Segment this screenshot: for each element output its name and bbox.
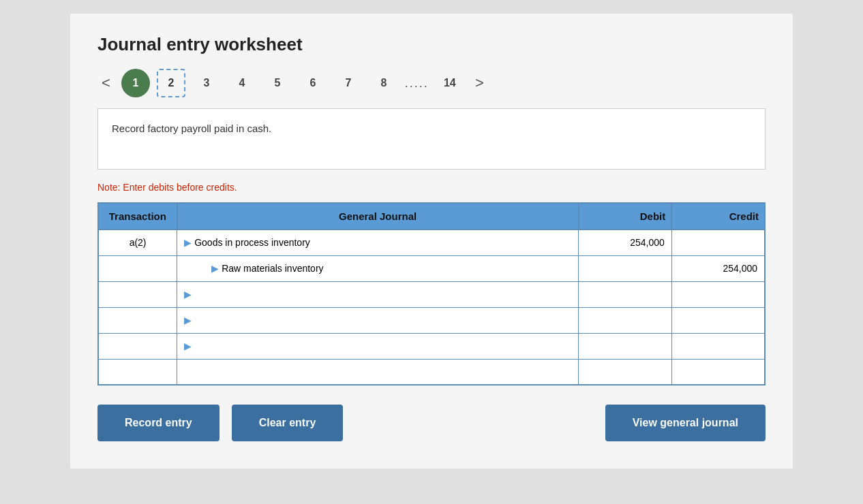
page-btn-4[interactable]: 4 (228, 69, 256, 97)
pagination: < 1 2 3 4 5 6 7 8 ..... 14 > (97, 69, 766, 97)
record-entry-button[interactable]: Record entry (97, 405, 219, 441)
row4-debit[interactable] (579, 307, 672, 333)
table-row: a(2) ▶Goods in process inventory 254,000 (98, 230, 765, 255)
arrow-icon-5: ▶ (184, 341, 192, 351)
header-transaction: Transaction (98, 203, 177, 230)
table-row: ▶ (98, 307, 765, 333)
row2-credit[interactable]: 254,000 (671, 255, 765, 281)
page-btn-1[interactable]: 1 (121, 69, 150, 97)
clear-entry-button[interactable]: Clear entry (232, 405, 344, 441)
page-btn-2[interactable]: 2 (157, 69, 185, 97)
page-btn-6[interactable]: 6 (299, 69, 327, 97)
row2-debit[interactable] (579, 255, 672, 281)
row3-transaction (98, 281, 177, 307)
row1-credit[interactable] (671, 230, 765, 255)
arrow-icon-1: ▶ (184, 237, 192, 248)
worksheet-container: Journal entry worksheet < 1 2 3 4 5 6 7 … (70, 14, 793, 469)
row6-journal[interactable] (177, 359, 579, 385)
row1-debit[interactable]: 254,000 (579, 230, 672, 255)
row3-debit[interactable] (579, 281, 672, 307)
arrow-icon-4: ▶ (184, 315, 192, 326)
row2-transaction (98, 255, 177, 281)
table-row (98, 359, 765, 385)
row3-journal[interactable]: ▶ (177, 281, 579, 307)
header-debit: Debit (579, 203, 672, 230)
page-dots: ..... (405, 76, 429, 91)
arrow-icon-2: ▶ (211, 263, 219, 274)
row4-journal[interactable]: ▶ (177, 307, 579, 333)
table-row: ▶ (98, 333, 765, 359)
row6-transaction (98, 359, 177, 385)
table-row: ▶ (98, 281, 765, 307)
header-credit: Credit (671, 203, 765, 230)
row5-journal[interactable]: ▶ (177, 333, 579, 359)
prev-arrow[interactable]: < (97, 73, 115, 93)
page-btn-14[interactable]: 14 (436, 69, 464, 97)
row5-transaction (98, 333, 177, 359)
buttons-row: Record entry Clear entry View general jo… (97, 405, 766, 441)
row6-credit[interactable] (671, 359, 765, 385)
page-btn-7[interactable]: 7 (334, 69, 363, 97)
arrow-icon-3: ▶ (184, 289, 192, 300)
row2-journal[interactable]: ▶Raw materials inventory (177, 255, 579, 281)
row6-debit[interactable] (579, 359, 672, 385)
row5-credit[interactable] (671, 333, 765, 359)
row5-debit[interactable] (579, 333, 672, 359)
row3-credit[interactable] (671, 281, 765, 307)
page-btn-5[interactable]: 5 (263, 69, 292, 97)
table-row: ▶Raw materials inventory 254,000 (98, 255, 765, 281)
header-journal: General Journal (177, 203, 579, 230)
row4-credit[interactable] (671, 307, 765, 333)
row1-transaction: a(2) (98, 230, 177, 255)
journal-table: Transaction General Journal Debit Credit… (97, 202, 766, 385)
row4-transaction (98, 307, 177, 333)
view-general-journal-button[interactable]: View general journal (605, 405, 766, 441)
row1-journal[interactable]: ▶Goods in process inventory (177, 230, 579, 255)
description-text: Record factory payroll paid in cash. (112, 123, 271, 134)
page-title: Journal entry worksheet (97, 34, 766, 55)
page-btn-3[interactable]: 3 (192, 69, 221, 97)
page-btn-8[interactable]: 8 (369, 69, 398, 97)
next-arrow[interactable]: > (471, 73, 488, 93)
description-box: Record factory payroll paid in cash. (97, 108, 766, 170)
note-text: Note: Enter debits before credits. (97, 182, 766, 193)
